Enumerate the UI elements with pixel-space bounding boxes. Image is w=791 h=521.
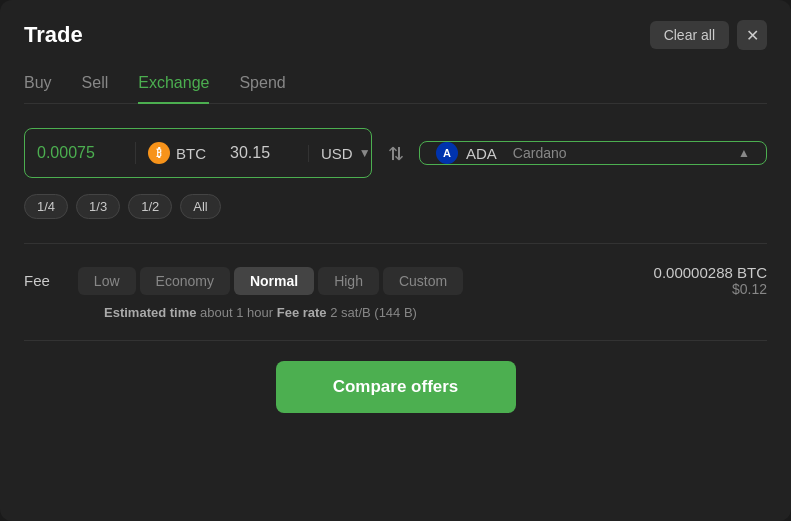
- btc-currency-badge: ₿ BTC: [135, 142, 218, 164]
- fee-row: Fee Low Economy Normal High Custom 0.000…: [24, 264, 767, 297]
- fee-rate-label: Fee rate: [277, 305, 327, 320]
- quick-select: 1/4 1/3 1/2 All: [24, 194, 767, 219]
- fraction-btn-third[interactable]: 1/3: [76, 194, 120, 219]
- panel-title: Trade: [24, 22, 83, 48]
- panel-header: Trade Clear all ✕: [24, 20, 767, 50]
- fee-label: Fee: [24, 272, 50, 289]
- fee-crypto-amount: 0.00000288 BTC: [654, 264, 767, 281]
- fee-section: Fee Low Economy Normal High Custom 0.000…: [24, 264, 767, 320]
- from-amount-input[interactable]: [25, 130, 135, 176]
- usd-selector[interactable]: USD ▼: [308, 145, 372, 162]
- close-button[interactable]: ✕: [737, 20, 767, 50]
- fee-option-economy[interactable]: Economy: [140, 267, 230, 295]
- fee-usd-amount: $0.12: [654, 281, 767, 297]
- fee-option-high[interactable]: High: [318, 267, 379, 295]
- fee-rate-value: 2 sat/B: [330, 305, 374, 320]
- ada-ticker: ADA: [466, 145, 497, 162]
- ada-name: Cardano: [513, 145, 567, 161]
- chevron-up-icon[interactable]: ▲: [738, 146, 750, 160]
- tab-sell[interactable]: Sell: [82, 74, 109, 104]
- fee-option-low[interactable]: Low: [78, 267, 136, 295]
- estimated-time-value: about 1 hour: [200, 305, 277, 320]
- usd-amount-input[interactable]: [218, 130, 308, 176]
- divider-1: [24, 243, 767, 244]
- tabs: Buy Sell Exchange Spend: [24, 74, 767, 104]
- tab-spend[interactable]: Spend: [239, 74, 285, 104]
- fee-details: Estimated time about 1 hour Fee rate 2 s…: [24, 305, 767, 320]
- fee-size: (144 B): [374, 305, 417, 320]
- fee-options: Low Economy Normal High Custom: [78, 267, 463, 295]
- trade-panel: Trade Clear all ✕ Buy Sell Exchange Spen…: [0, 0, 791, 521]
- compare-offers-button[interactable]: Compare offers: [276, 361, 516, 413]
- ada-info: A ADA Cardano: [436, 142, 567, 164]
- btc-icon: ₿: [148, 142, 170, 164]
- header-actions: Clear all ✕: [650, 20, 767, 50]
- ada-icon: A: [436, 142, 458, 164]
- clear-all-button[interactable]: Clear all: [650, 21, 729, 49]
- estimated-time-label: Estimated time: [104, 305, 196, 320]
- btc-label: BTC: [176, 145, 206, 162]
- fee-option-normal[interactable]: Normal: [234, 267, 314, 295]
- from-input-group: ₿ BTC USD ▼: [24, 128, 372, 178]
- fraction-btn-all[interactable]: All: [180, 194, 220, 219]
- exchange-row: ₿ BTC USD ▼ ⇄ A ADA Cardano ▲: [24, 128, 767, 178]
- divider-2: [24, 340, 767, 341]
- chevron-down-icon: ▼: [359, 146, 371, 160]
- fraction-btn-half[interactable]: 1/2: [128, 194, 172, 219]
- usd-label: USD: [321, 145, 353, 162]
- fee-amount: 0.00000288 BTC $0.12: [654, 264, 767, 297]
- tab-buy[interactable]: Buy: [24, 74, 52, 104]
- tab-exchange[interactable]: Exchange: [138, 74, 209, 104]
- swap-icon[interactable]: ⇄: [385, 142, 407, 165]
- to-input-group: A ADA Cardano ▲: [419, 141, 767, 165]
- fraction-btn-quarter[interactable]: 1/4: [24, 194, 68, 219]
- fee-option-custom[interactable]: Custom: [383, 267, 463, 295]
- fee-left: Fee Low Economy Normal High Custom: [24, 267, 463, 295]
- ada-group: A ADA Cardano ▲: [420, 142, 766, 164]
